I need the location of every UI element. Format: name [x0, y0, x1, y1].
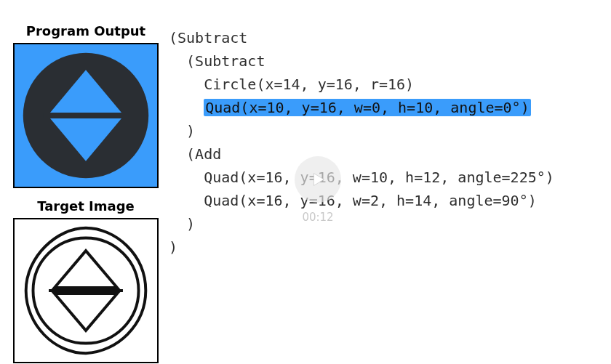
program-output-figure: [15, 44, 157, 187]
left-column: Program Output Target Image: [12, 23, 160, 364]
code-line-10: ): [169, 238, 177, 256]
svg-rect-4: [43, 113, 129, 118]
play-icon: [308, 169, 328, 190]
code-line-5: ): [169, 122, 195, 139]
target-group: Target Image: [12, 198, 160, 363]
code-line-3: Circle(x=14, y=16, r=16): [169, 76, 414, 93]
target-image-figure: [15, 219, 157, 362]
svg-marker-10: [314, 174, 324, 186]
code-line-7: Quad(x=16, y=16, w=10, h=12, angle=225°): [169, 169, 554, 186]
play-button[interactable]: [295, 156, 341, 203]
program-output-panel: [13, 43, 159, 188]
code-line-8: Quad(x=16, y=16, w=2, h=14, angle=90°): [169, 192, 537, 209]
target-image-caption: Target Image: [12, 198, 160, 214]
code-line-4-highlight: Quad(x=10, y=16, w=0, h=10, angle=0°): [204, 99, 531, 116]
code-line-9: ): [169, 215, 195, 232]
figure-stage: Program Output Target Image: [0, 0, 611, 364]
code-block: (Subtract (Subtract Circle(x=14, y=16, r…: [169, 26, 554, 259]
program-output-caption: Program Output: [12, 23, 160, 39]
code-line-2: (Subtract: [169, 52, 265, 70]
video-timestamp: 00:12: [295, 211, 341, 224]
code-line-4-indent: [169, 99, 204, 116]
code-line-1: (Subtract: [169, 29, 247, 46]
code-line-6: (Add: [169, 145, 221, 163]
target-image-panel: [13, 218, 159, 363]
